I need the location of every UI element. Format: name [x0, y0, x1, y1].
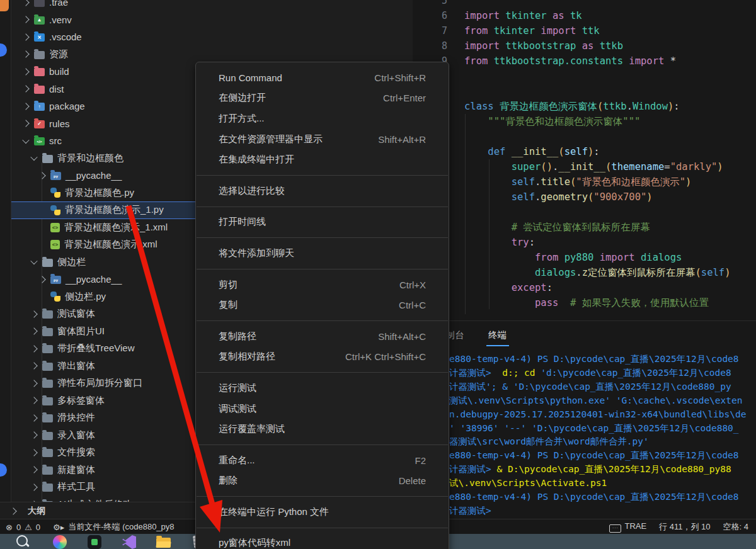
menu-item-shortcut: Delete [399, 475, 426, 486]
tree-item-label: rules [49, 118, 70, 129]
code-line[interactable]: 19 [413, 205, 756, 220]
terminal-line: e880-temp-v4-4) PS D:\pycode\cap_直播\2025… [449, 353, 756, 366]
menu-item[interactable]: py窗体代码转xml [196, 533, 449, 549]
errors-count[interactable]: 0 [16, 523, 21, 532]
menu-item[interactable]: 运行测试 [196, 378, 449, 399]
tree-item[interactable]: .trae [11, 0, 413, 11]
menu-item[interactable]: 选择以进行比较 [196, 181, 449, 201]
code-text: """背景色和边框颜色演示窗体""" [464, 116, 640, 127]
file-explorer-icon[interactable] [156, 535, 171, 549]
menu-item-label: 复制 [219, 299, 238, 311]
menu-item-label: 打开方式... [219, 113, 265, 125]
terminal-app-icon[interactable] [88, 535, 103, 549]
chevron-right-icon [21, 104, 30, 109]
errors-icon[interactable]: ⊗ [6, 523, 13, 532]
tree-item-label: 弹性布局加拆分窗口 [57, 377, 142, 389]
tree-item-label: 背景边框颜色演示_1.py [65, 204, 164, 216]
code-line[interactable]: 12class 背景边框颜色演示窗体(ttkb.Window): [413, 99, 756, 114]
chevron-right-icon [30, 450, 38, 455]
menu-item[interactable]: 重命名...F2 [196, 450, 449, 471]
code-line[interactable]: 25 pass # 如果导入失败，使用默认位置 [413, 295, 756, 310]
tree-item-label: 带折叠线TreeView [57, 342, 135, 354]
code-text: except: [464, 282, 553, 293]
warnings-icon[interactable]: ⚠ [25, 523, 32, 532]
activity-bar [0, 0, 11, 534]
code-line[interactable]: 17 self.title("背景色和边框颜色演示") [413, 174, 756, 190]
menu-item[interactable]: 复制相对路径Ctrl+K Ctrl+Shift+C [196, 347, 449, 368]
tree-item[interactable]: ✕.vscode [11, 28, 413, 46]
run-config-icon[interactable]: ⚙▸ [53, 523, 64, 532]
chevron-right-icon [21, 17, 30, 22]
menu-separator [197, 528, 448, 528]
code-line[interactable]: 7from tkinter import ttk [413, 23, 756, 38]
chevron-right-icon [30, 416, 38, 421]
code-text: from tkinter import ttk [464, 25, 600, 37]
menu-item[interactable]: 在文件资源管理器中显示Shift+Alt+R [196, 129, 449, 150]
menu-item[interactable]: 运行覆盖率测试 [196, 419, 449, 439]
code-line[interactable]: 22 from py880 import dialogs [413, 250, 756, 265]
menu-item[interactable]: 复制路径Shift+Alt+C [196, 326, 449, 347]
code-line[interactable]: 20 # 尝试定位窗体到鼠标所在屏幕 [413, 220, 756, 235]
code-line[interactable]: 11 [413, 84, 756, 99]
code-editor[interactable]: 56import tkinter as tk7from tkinter impo… [413, 0, 756, 320]
menu-item-label: 复制路径 [219, 331, 256, 342]
code-text: from ttkbootstrap.constants import * [464, 55, 676, 67]
code-line[interactable]: 5 [413, 0, 756, 8]
code-line[interactable]: 18 self.geometry("900x700") [413, 190, 756, 205]
menu-item-shortcut: Ctrl+K Ctrl+Shift+C [345, 351, 426, 362]
menu-item-label: 调试测试 [219, 403, 256, 415]
app-badge[interactable]: ···TRAE [609, 521, 646, 533]
folder-icon [34, 51, 45, 59]
line-number: 6 [413, 8, 447, 23]
menu-item-label: 删除 [219, 475, 238, 487]
menu-item[interactable]: 调试测试 [196, 399, 449, 419]
chevron-right-icon [21, 86, 30, 91]
code-line[interactable]: 9from ttkbootstrap.constants import * [413, 54, 756, 69]
menu-item[interactable]: 在侧边打开Ctrl+Enter [196, 88, 449, 109]
menu-item[interactable]: 在终端中运行 Python 文件 [196, 502, 449, 523]
code-line[interactable]: 14 [413, 129, 756, 144]
code-text: import tkinter as tk [464, 10, 582, 21]
terminal-panel[interactable]: 控制台 终端 e880-temp-v4-4) PS D:\pycode\cap_… [413, 320, 756, 519]
outline-label: 大纲 [28, 506, 45, 517]
browser-icon[interactable] [53, 535, 68, 549]
menu-item-label: 打开时间线 [219, 216, 266, 228]
tree-item-label: 侧边栏 [57, 256, 86, 268]
folder-icon [34, 0, 45, 7]
menu-item[interactable]: 打开方式... [196, 108, 449, 129]
tree-item[interactable]: 资源 [11, 46, 413, 64]
folder-icon [42, 380, 53, 388]
warnings-count[interactable]: 0 [36, 523, 40, 532]
menu-item-shortcut: Shift+Alt+C [378, 331, 426, 342]
search-icon[interactable] [16, 535, 32, 549]
code-line[interactable]: 21 try: [413, 235, 756, 250]
menu-item[interactable]: 剪切Ctrl+X [196, 274, 449, 295]
code-text: try: [464, 237, 535, 248]
menu-item[interactable]: 复制Ctrl+C [196, 295, 449, 315]
menu-item[interactable]: 打开时间线 [196, 212, 449, 233]
terminal-line: 器测试\src\word邮件合并\word邮件合并.py' [449, 435, 756, 449]
menu-item[interactable]: 删除Delete [196, 471, 449, 492]
menu-item[interactable]: Run CommandCtrl+Shift+R [196, 67, 449, 88]
tree-item[interactable]: ▲.venv [11, 11, 413, 29]
code-line[interactable]: 15 def __init__(self): [413, 144, 756, 159]
tab-terminal[interactable]: 终端 [488, 329, 507, 341]
menu-item-label: 重命名... [219, 455, 255, 467]
terminal-line: 计器测试> [449, 504, 756, 518]
indent-setting[interactable]: 空格: 4 [723, 521, 748, 533]
code-line[interactable]: 16 super().__init__(themename="darkly") [413, 159, 756, 174]
code-line[interactable]: 13 """背景色和边框颜色演示窗体""" [413, 114, 756, 129]
menu-item[interactable]: 在集成终端中打开 [196, 149, 449, 170]
code-line[interactable]: 6import tkinter as tk [413, 8, 756, 23]
menu-item-shortcut: Shift+Alt+R [378, 134, 426, 145]
code-line[interactable]: 24 except: [413, 280, 756, 295]
folder-icon [42, 484, 53, 492]
code-line[interactable]: 23 dialogs.z定位窗体到鼠标所在屏幕(self) [413, 265, 756, 280]
cursor-position[interactable]: 行 411，列 10 [659, 521, 710, 533]
folder-icon: ▲ [34, 16, 45, 25]
visual-studio-icon[interactable] [122, 535, 137, 549]
code-line[interactable]: 10 [413, 69, 756, 84]
code-line[interactable]: 8import ttkbootstrap as ttkb [413, 38, 756, 54]
menu-item[interactable]: 将文件添加到聊天 [196, 243, 449, 264]
run-config-label[interactable]: 当前文件-终端 (code880_py8 [68, 521, 174, 533]
